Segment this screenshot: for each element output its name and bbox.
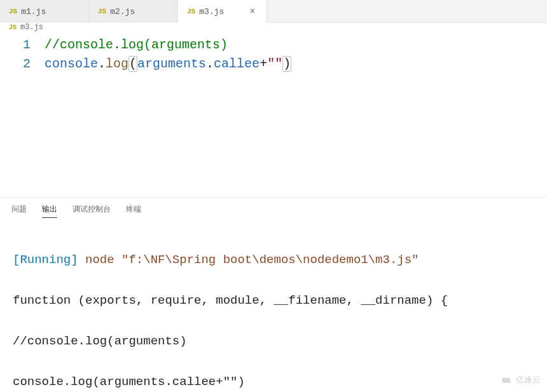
breadcrumb[interactable]: JS m3.js: [0, 23, 547, 32]
tab-bar: JS m1.js JS m2.js JS m3.js ×: [0, 0, 547, 23]
output-line: function (exports, require, module, __fi…: [13, 290, 534, 311]
code-line: //console.log(arguments): [45, 36, 547, 55]
output-line: //console.log(arguments): [13, 331, 534, 351]
gutter: 1 2: [0, 36, 45, 197]
tab-m1[interactable]: JS m1.js: [0, 0, 89, 23]
code-line: console.log(arguments.callee+""): [45, 55, 547, 74]
token: console: [45, 57, 98, 71]
token: log: [106, 57, 128, 71]
js-icon: JS: [98, 8, 106, 15]
line-number: 1: [0, 36, 31, 55]
editor[interactable]: 1 2 //console.log(arguments) console.log…: [0, 32, 547, 197]
output-line: [Running] node "f:\NF\Spring boot\demos\…: [13, 250, 534, 270]
token-bracket: (: [128, 56, 137, 72]
panel-tabs: 问题 输出 调试控制台 终端: [0, 198, 547, 223]
code-area[interactable]: //console.log(arguments) console.log(arg…: [45, 36, 547, 197]
panel: 问题 输出 调试控制台 终端 [Running] node "f:\NF\Spr…: [0, 197, 547, 392]
tab-label: m2.js: [110, 7, 135, 17]
js-icon: JS: [187, 8, 195, 15]
token: .: [206, 57, 214, 71]
panel-tab-problems[interactable]: 问题: [11, 204, 27, 218]
output[interactable]: [Running] node "f:\NF\Spring boot\demos\…: [0, 223, 547, 392]
panel-tab-output[interactable]: 输出: [42, 204, 57, 218]
cloud-icon: [499, 375, 513, 385]
breadcrumb-file: m3.js: [20, 23, 43, 32]
close-icon[interactable]: ×: [247, 6, 258, 17]
token: +: [260, 57, 267, 71]
token-comment: //console.log(arguments): [45, 37, 228, 52]
token-string: "": [267, 57, 282, 71]
tab-m2[interactable]: JS m2.js: [89, 0, 178, 23]
js-icon: JS: [9, 8, 17, 15]
token-bracket: ): [282, 56, 291, 72]
watermark: 亿速云: [499, 374, 541, 386]
token: arguments: [137, 57, 206, 71]
watermark-text: 亿速云: [516, 374, 541, 386]
output-text: node "f:\NF\Spring boot\demos\nodedemo1\…: [78, 253, 419, 267]
panel-tab-terminal[interactable]: 终端: [126, 204, 141, 218]
tab-label: m3.js: [199, 7, 224, 17]
output-status: [Running]: [13, 253, 78, 267]
token: .: [98, 57, 106, 71]
panel-tab-debug[interactable]: 调试控制台: [73, 204, 111, 218]
line-number: 2: [0, 55, 31, 74]
output-line: console.log(arguments.callee+""): [13, 372, 534, 392]
token: callee: [214, 57, 260, 71]
tab-label: m1.js: [21, 7, 46, 17]
tab-m3[interactable]: JS m3.js ×: [178, 0, 267, 23]
js-icon: JS: [9, 24, 17, 31]
